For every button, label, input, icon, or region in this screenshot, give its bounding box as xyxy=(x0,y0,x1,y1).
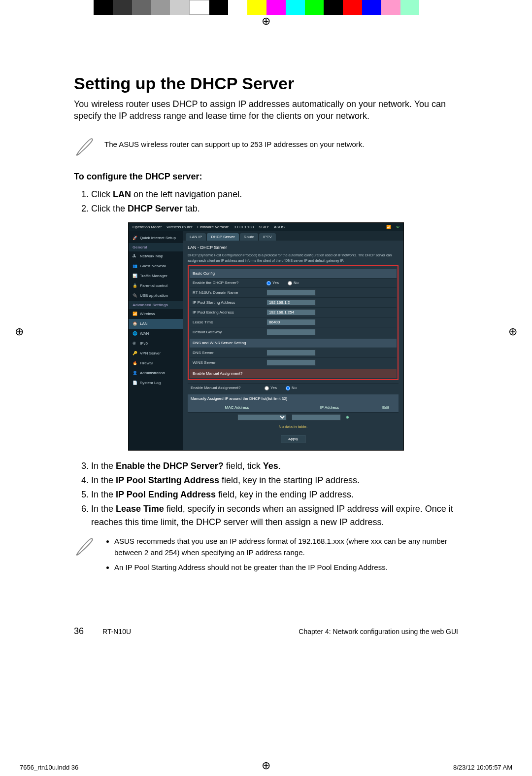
assign-columns: MAC Address IP Address Edit xyxy=(188,403,399,412)
registration-mark-icon: ⊕ xyxy=(15,325,24,338)
lan-icon: 🏠 xyxy=(133,321,137,326)
usb-icon: Ψ xyxy=(396,225,399,229)
sidebar-item-label: Traffic Manager xyxy=(140,274,167,278)
lease-input[interactable] xyxy=(266,319,316,325)
sidebar-item-wan[interactable]: 🌐WAN xyxy=(129,329,183,339)
rocket-icon: 🚀 xyxy=(133,236,137,241)
sidebar-item-label: Parental control xyxy=(140,283,167,288)
sidebar-item-firewall[interactable]: 🔥Firewall xyxy=(129,358,183,368)
tab-dhcp-server[interactable]: DHCP Server xyxy=(207,233,238,241)
enable-yes-radio[interactable]: Yes xyxy=(266,280,279,286)
manual-yes-radio[interactable]: Yes xyxy=(265,385,277,391)
indd-filename: 7656_rtn10u.indd 36 xyxy=(20,764,78,771)
highlight-box: Basic Config Enable the DHCP Server? Yes… xyxy=(188,265,399,380)
sidebar-item-ipv6[interactable]: ⑥IPv6 xyxy=(129,339,183,349)
tab-route[interactable]: Route xyxy=(240,233,258,241)
pen-note-icon xyxy=(74,136,96,160)
assign-list-header: Manually Assigned IP around the DHCP lis… xyxy=(188,394,399,403)
enable-dhcp-field: Enable the DHCP Server? Yes No xyxy=(190,278,397,287)
step-item: In the Enable the DHCP Server? field, ti… xyxy=(91,459,458,473)
parental-control-icon: 🔒 xyxy=(133,283,137,288)
registration-mark-icon: ⊕ xyxy=(508,325,517,338)
sidebar-item-label: LAN xyxy=(140,321,148,326)
sidebar-item-wireless[interactable]: 📶Wireless xyxy=(129,309,183,319)
sidebar-item-administration[interactable]: 👤Administration xyxy=(129,368,183,378)
step-item: In the IP Pool Ending Address field, key… xyxy=(91,488,458,501)
sidebar-item-label: Wireless xyxy=(140,312,155,316)
gateway-input[interactable] xyxy=(266,329,316,335)
vpn-server-icon: 🔑 xyxy=(133,351,137,356)
network-map-icon: 🖧 xyxy=(133,254,137,259)
note-bullet: ASUS recommeds that you use an IP addres… xyxy=(114,536,458,558)
ipv6-icon: ⑥ xyxy=(133,341,137,346)
steps-list-a: Click LAN on the left navigation panel.C… xyxy=(74,188,458,215)
sidebar-item-lan[interactable]: 🏠LAN xyxy=(129,319,183,329)
quick-setup-item[interactable]: 🚀 Quick Internet Setup xyxy=(129,233,183,243)
router-screenshot: Operation Mode: wireless router Firmware… xyxy=(128,222,404,451)
step-item: In the IP Pool Starting Address field, k… xyxy=(91,474,458,487)
ip-start-input[interactable] xyxy=(266,299,316,306)
sidebar-item-label: Guest Network xyxy=(140,264,166,268)
note-text: The ASUS wireless router can support up … xyxy=(104,136,365,149)
note-bullets: ASUS recommeds that you use an IP addres… xyxy=(104,536,458,577)
guest-network-icon: 👥 xyxy=(133,264,137,269)
sidebar-advanced-header: Advanced Settings xyxy=(129,301,183,309)
sidebar-item-label: IPv6 xyxy=(140,341,148,346)
signal-icon: 📶 xyxy=(386,225,391,229)
ip-end-input[interactable] xyxy=(266,309,316,316)
tab-iptv[interactable]: IPTV xyxy=(259,233,276,241)
sidebar-general-header: General xyxy=(129,243,183,251)
sidebar-item-usb-application[interactable]: 🔌USB application xyxy=(129,291,183,301)
sidebar-item-label: Administration xyxy=(140,371,165,375)
sidebar-item-traffic-manager[interactable]: 📊Traffic Manager xyxy=(129,271,183,281)
sidebar-item-label: Firewall xyxy=(140,361,154,365)
sidebar-item-parental-control[interactable]: 🔒Parental control xyxy=(129,281,183,291)
tab-lan-ip[interactable]: LAN IP xyxy=(186,233,206,241)
add-icon[interactable]: ⊕ xyxy=(346,415,349,421)
dns-wins-header: DNS and WINS Server Setting xyxy=(190,339,397,348)
panel-description: DHCP (Dynamic Host Configuration Protoco… xyxy=(188,253,399,263)
ip-assign-input[interactable] xyxy=(292,414,341,421)
wins-input[interactable] xyxy=(266,359,316,366)
page-footer: 36 RT-N10U Chapter 4: Network configurat… xyxy=(74,626,458,636)
mac-select[interactable] xyxy=(237,414,287,421)
sidebar-item-label: WAN xyxy=(140,331,149,336)
administration-icon: 👤 xyxy=(133,371,137,376)
router-tabs: LAN IPDHCP ServerRouteIPTV xyxy=(183,231,403,241)
wireless-icon: 📶 xyxy=(133,312,137,317)
usb-application-icon: 🔌 xyxy=(133,293,137,298)
subheading: To configure the DHCP server: xyxy=(74,172,458,182)
step-item: In the Lease Time field, specify in seco… xyxy=(91,502,458,529)
domain-input[interactable] xyxy=(266,289,316,296)
manual-enable-field: Enable Manual Assignment? Yes No xyxy=(188,383,399,392)
sidebar-item-network-map[interactable]: 🖧Network Map xyxy=(129,251,183,261)
step-item: Click the DHCP Server tab. xyxy=(91,202,458,215)
print-metadata: 7656_rtn10u.indd 36 8/23/12 10:05:57 AM xyxy=(20,764,512,771)
page-title: Setting up the DHCP Server xyxy=(74,74,458,93)
sidebar-item-label: VPN Server xyxy=(140,351,161,355)
enable-no-radio[interactable]: No xyxy=(288,280,299,286)
steps-list-b: In the Enable the DHCP Server? field, ti… xyxy=(74,459,458,529)
model-name: RT-N10U xyxy=(102,628,131,635)
sidebar-item-guest-network[interactable]: 👥Guest Network xyxy=(129,261,183,271)
apply-button[interactable]: Apply xyxy=(281,435,305,443)
intro-text: You wireless router uses DHCP to assign … xyxy=(74,98,458,122)
dns-input[interactable] xyxy=(266,350,316,356)
manual-assign-header: Enable Manual Assignment? xyxy=(190,369,397,378)
router-topbar: Operation Mode: wireless router Firmware… xyxy=(129,223,403,231)
wan-icon: 🌐 xyxy=(133,331,137,336)
sidebar-item-system-log[interactable]: 📄System Log xyxy=(129,378,183,388)
no-data-text: No data in table. xyxy=(188,422,399,432)
note-bullet: An IP Pool Starting Address should not b… xyxy=(114,562,458,573)
sidebar-item-vpn-server[interactable]: 🔑VPN Server xyxy=(129,349,183,358)
manual-no-radio[interactable]: No xyxy=(286,385,297,391)
sidebar-item-label: USB application xyxy=(140,293,168,298)
print-timestamp: 8/23/12 10:05:57 AM xyxy=(453,764,512,771)
chapter-label: Chapter 4: Network configuration using t… xyxy=(299,628,458,635)
panel-title: LAN - DHCP Server xyxy=(188,245,399,251)
pen-note-icon xyxy=(74,536,96,560)
router-sidebar: 🚀 Quick Internet Setup General 🖧Network … xyxy=(129,231,183,451)
page-number: 36 xyxy=(74,626,84,636)
traffic-manager-icon: 📊 xyxy=(133,274,137,279)
step-item: Click LAN on the left navigation panel. xyxy=(91,188,458,201)
